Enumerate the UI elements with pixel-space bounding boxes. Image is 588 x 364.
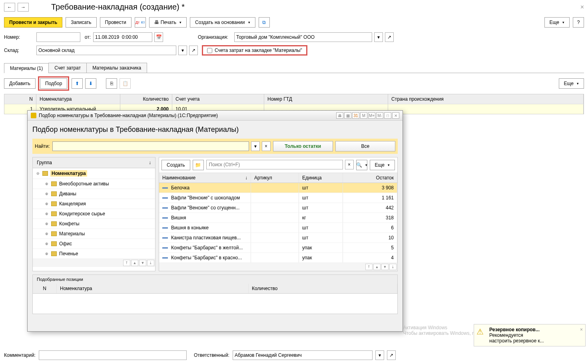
tree-item[interactable]: ⊕Конфеты (33, 219, 155, 229)
organization-dropdown[interactable]: ▾ (374, 32, 383, 42)
structure-button[interactable]: ⧉ (259, 17, 270, 28)
item-search-clear[interactable]: × (345, 160, 354, 169)
sub-more-button[interactable]: Еще (559, 78, 584, 89)
tree-top[interactable]: ⤒ (123, 260, 130, 266)
col-n[interactable]: N (4, 94, 36, 104)
col-item-unit[interactable]: Единица (299, 173, 343, 183)
tree-item[interactable]: ⊕Кондитерское сырье (33, 209, 155, 219)
col-item-name[interactable]: Наименование ↓ (159, 173, 251, 183)
create-group-button[interactable]: 📁 (193, 160, 204, 170)
warehouse-dropdown[interactable]: ▾ (178, 46, 187, 55)
expand-icon[interactable]: ⊖ (36, 171, 40, 175)
copy-button[interactable]: ⎘ (106, 78, 117, 89)
tab-materials[interactable]: Материалы (1) (4, 63, 49, 73)
mplus-button[interactable]: M+ (368, 112, 375, 119)
move-down-button[interactable]: ⬇ (85, 78, 96, 89)
add-button[interactable]: Добавить (4, 78, 36, 89)
tree-item[interactable]: ⊕Печенье (33, 249, 155, 259)
sel-col-nom[interactable]: Номенклатура (57, 284, 249, 293)
col-qty[interactable]: Количество (120, 94, 172, 104)
move-up-button[interactable]: ⬆ (72, 78, 83, 89)
tree-item[interactable]: ⊕Диваны (33, 189, 155, 199)
nav-forward-button[interactable]: → (18, 3, 29, 12)
calendar-button[interactable]: 📅 (154, 32, 163, 42)
list-down[interactable]: ▼ (381, 264, 389, 270)
maximize-button[interactable]: □ (384, 112, 391, 119)
expand-icon[interactable]: ⊕ (45, 182, 49, 186)
list-item[interactable]: Белочкашт3 908 (159, 183, 397, 193)
post-button[interactable]: Провести (100, 17, 132, 28)
expand-icon[interactable]: ⊕ (45, 242, 49, 246)
expand-icon[interactable]: ⊕ (45, 192, 49, 196)
col-nomenclature[interactable]: Номенклатура (36, 94, 120, 104)
find-dropdown[interactable]: ▾ (251, 141, 260, 151)
save-button[interactable]: Записать (66, 17, 96, 28)
item-search-button[interactable]: 🔍 (356, 160, 367, 170)
paste-button[interactable]: 📋 (120, 78, 131, 89)
more-button[interactable]: Еще (544, 17, 570, 28)
organization-open[interactable]: ↗ (385, 32, 394, 42)
list-item[interactable]: Конфеты "Барбарис" в красно...упак4 (159, 253, 397, 263)
tree-item[interactable]: ⊕Материалы (33, 229, 155, 239)
list-item[interactable]: Вишнякг318 (159, 213, 397, 223)
selected-empty-area[interactable] (33, 294, 397, 314)
create-button[interactable]: Создать (161, 160, 190, 170)
organization-input[interactable] (234, 32, 372, 42)
col-gtd[interactable]: Номер ГТД (264, 94, 388, 104)
print-preview-icon[interactable]: 🖶 (336, 112, 343, 119)
tree-down[interactable]: ▼ (139, 260, 146, 266)
expand-icon[interactable]: ⊕ (45, 212, 49, 216)
calendar-tb-icon[interactable]: 31 (352, 112, 359, 119)
list-up[interactable]: ▲ (373, 264, 381, 270)
only-balance-button[interactable]: Только остатки (273, 141, 333, 151)
warehouse-input[interactable] (36, 46, 176, 55)
select-button[interactable]: Подбор (40, 78, 67, 89)
list-item[interactable]: Вафли "Венские" со сгущенн...шт442 (159, 203, 397, 213)
tree-item[interactable]: ⊕Офис (33, 239, 155, 249)
item-more-button[interactable]: Еще (370, 160, 395, 170)
close-icon[interactable]: × (580, 4, 584, 11)
col-item-stock[interactable]: Остаток (343, 173, 397, 183)
expand-icon[interactable]: ⊕ (45, 232, 49, 236)
print-button[interactable]: 🖶Печать (149, 17, 187, 28)
find-input[interactable] (52, 141, 249, 151)
list-item[interactable]: Канистра пластиковая пищев...шт10 (159, 233, 397, 243)
responsible-dropdown[interactable]: ▾ (375, 350, 384, 360)
list-bottom[interactable]: ⤓ (389, 264, 397, 270)
toast-close[interactable]: × (580, 327, 583, 344)
all-button[interactable]: Все (335, 141, 395, 151)
backup-toast[interactable]: ⚠ Резервное копиров... Рекомендуется нас… (474, 324, 586, 346)
list-item[interactable]: Вафли "Венские" с шоколадомшт1 161 (159, 193, 397, 203)
list-item[interactable]: Конфеты "Барбарис" в желтой...упак5 (159, 243, 397, 253)
col-item-article[interactable]: Артикул (251, 173, 299, 183)
post-close-button[interactable]: Провести и закрыть (4, 17, 62, 28)
comment-input[interactable] (39, 350, 187, 360)
tree-item[interactable]: ⊕Внеоборотные активы (33, 179, 155, 189)
warehouse-open[interactable]: ↗ (189, 46, 198, 55)
modal-close-button[interactable]: ✕ (392, 112, 399, 119)
tree-up[interactable]: ▲ (131, 260, 138, 266)
calc-icon[interactable]: ▦ (344, 112, 351, 119)
tree-bottom[interactable]: ⤓ (147, 260, 154, 266)
tab-cost-account[interactable]: Счет затрат (48, 63, 87, 73)
responsible-input[interactable] (233, 350, 373, 360)
list-top[interactable]: ⤒ (365, 264, 373, 270)
tree-item[interactable]: ⊖Номенклатура (33, 168, 155, 179)
tree-item[interactable]: ⊕Канцелярия (33, 199, 155, 209)
group-header[interactable]: Группа (37, 160, 52, 165)
m-button[interactable]: M (360, 112, 367, 119)
col-account[interactable]: Счет учета (172, 94, 264, 104)
mminus-button[interactable]: M- (376, 112, 383, 119)
expand-icon[interactable]: ⊕ (45, 222, 49, 226)
item-search-input[interactable] (206, 160, 343, 169)
expand-icon[interactable]: ⊕ (45, 202, 49, 206)
dtkt-button[interactable]: ДтКт (135, 17, 146, 28)
responsible-open[interactable]: ↗ (387, 350, 396, 360)
expand-icon[interactable]: ⊕ (45, 252, 49, 256)
create-based-button[interactable]: Создать на основании (190, 17, 255, 28)
help-button[interactable]: ? (573, 17, 584, 28)
find-clear[interactable]: × (262, 141, 271, 151)
list-item[interactable]: Вишня в коньякешт6 (159, 223, 397, 233)
sel-col-n[interactable]: N (33, 284, 57, 293)
sel-col-qty[interactable]: Количество (249, 284, 397, 293)
